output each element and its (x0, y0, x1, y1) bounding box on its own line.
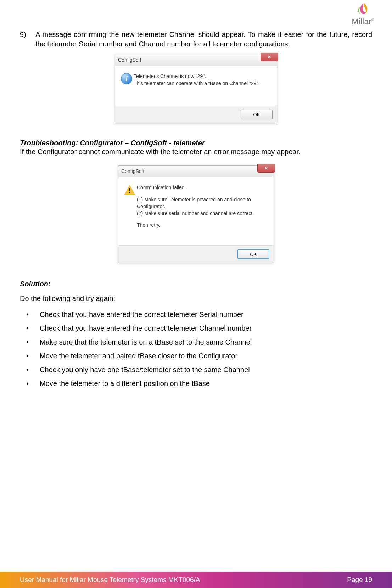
troubleshooting-section: Troubleshooting: Configurator – ConfigSo… (20, 139, 372, 147)
warning-icon (124, 185, 135, 195)
dialog-message: Communication failed. (1) Make sure Tele… (137, 184, 268, 237)
troubleshooting-text: If the Configurator cannot communicate w… (20, 148, 372, 156)
troubleshooting-heading: Troubleshooting: Configurator – ConfigSo… (20, 139, 205, 147)
dialog-line: (2) Make sure serial number and channel … (137, 210, 268, 217)
dialog-titlebar: ConfigSoft ✕ (115, 54, 277, 66)
list-item: Check that you have entered the correct … (20, 308, 372, 321)
info-icon: i (121, 73, 132, 84)
step-number: 9) (20, 30, 35, 49)
brand-logo: Millar® (352, 3, 374, 26)
list-item: Check you only have one tBase/telemeter … (20, 363, 372, 377)
list-item: Check that you have entered the correct … (20, 321, 372, 335)
dialog-title: ConfigSoft (118, 57, 141, 63)
close-icon: ✕ (268, 55, 271, 60)
dialog-line: (1) Make sure Telemeter is powered on an… (137, 196, 268, 210)
list-item: Make sure that the telemeter is on a tBa… (20, 335, 372, 349)
step-9: 9) A message confirming the new telemete… (20, 30, 372, 49)
ok-button[interactable]: OK (237, 249, 269, 259)
footer-right: Page 19 (347, 576, 372, 584)
solution-heading: Solution: (20, 280, 372, 288)
close-button[interactable]: ✕ (257, 164, 275, 173)
close-button[interactable]: ✕ (261, 53, 278, 61)
dialog-line: Communication failed. (137, 184, 268, 191)
brand-name: Millar® (352, 17, 374, 26)
dialog-title: ConfigSoft (121, 168, 144, 174)
list-item: Move the telemeter and paired tBase clos… (20, 349, 372, 363)
solution-list: Check that you have entered the correct … (20, 308, 372, 391)
dialog-line: Telemeter's Channel is now "29". (134, 73, 259, 80)
dialog-line: This telemeter can operate with a tBase … (134, 80, 259, 87)
ok-button[interactable]: OK (241, 110, 273, 119)
configsoft-info-dialog: ConfigSoft ✕ i Telemeter's Channel is no… (115, 54, 277, 123)
dialog-titlebar: ConfigSoft ✕ (118, 166, 274, 177)
solution-intro: Do the following and try again: (20, 295, 372, 303)
footer-left: User Manual for Millar Mouse Telemetry S… (20, 576, 200, 584)
page-footer: User Manual for Millar Mouse Telemetry S… (0, 572, 392, 588)
dialog-message: Telemeter's Channel is now "29". This te… (134, 73, 259, 98)
configsoft-error-dialog: ConfigSoft ✕ Communication failed. (1) M… (118, 165, 274, 263)
close-icon: ✕ (264, 166, 268, 171)
list-item: Move the telemeter to a different positi… (20, 377, 372, 391)
dialog-line: Then retry. (137, 222, 268, 229)
step-text: A message confirming the new telemeter C… (35, 30, 372, 49)
dialog-icon-col (124, 184, 137, 237)
dialog-icon-col: i (121, 73, 134, 98)
flame-icon (355, 3, 371, 17)
